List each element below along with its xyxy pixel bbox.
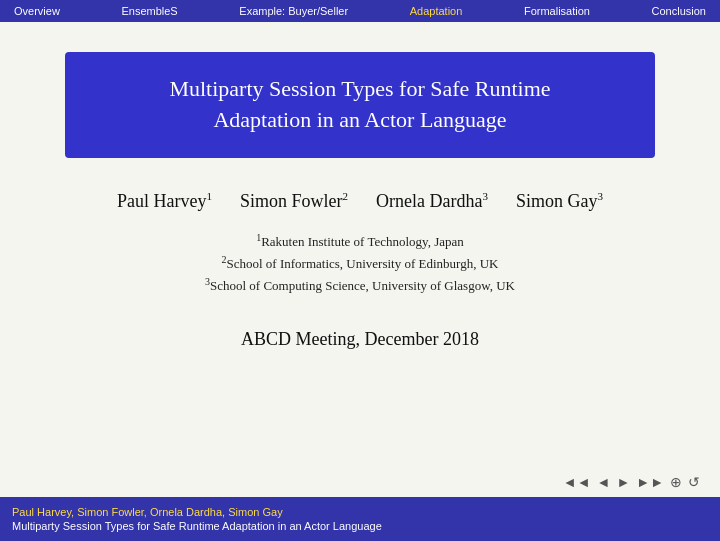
arrow-first[interactable]: ◄◄ bbox=[563, 475, 591, 491]
arrow-sync[interactable]: ↺ bbox=[688, 474, 700, 491]
top-nav: Overview EnsembleS Example: Buyer/Seller… bbox=[0, 0, 720, 22]
bottom-title: Multiparty Session Types for Safe Runtim… bbox=[12, 520, 708, 532]
title-line1: Multiparty Session Types for Safe Runtim… bbox=[169, 76, 550, 101]
title-line2: Adaptation in an Actor Language bbox=[213, 107, 506, 132]
author-1: Paul Harvey1 bbox=[117, 190, 212, 212]
conference: ABCD Meeting, December 2018 bbox=[241, 329, 479, 350]
author-2-sup: 2 bbox=[343, 190, 349, 202]
author-2: Simon Fowler2 bbox=[240, 190, 348, 212]
bottom-authors: Paul Harvey, Simon Fowler, Ornela Dardha… bbox=[12, 506, 708, 518]
arrow-menu[interactable]: ⊕ bbox=[670, 474, 682, 491]
author-3-sup: 3 bbox=[482, 190, 488, 202]
author-1-sup: 1 bbox=[207, 190, 213, 202]
author-4-sup: 3 bbox=[597, 190, 603, 202]
title-box: Multiparty Session Types for Safe Runtim… bbox=[65, 52, 655, 158]
nav-ensembles[interactable]: EnsembleS bbox=[115, 3, 183, 19]
nav-example[interactable]: Example: Buyer/Seller bbox=[233, 3, 354, 19]
affiliation-1-text: Rakuten Institute of Technology, Japan bbox=[261, 234, 464, 249]
main-content: Multiparty Session Types for Safe Runtim… bbox=[0, 22, 720, 497]
affiliation-2: 2School of Informatics, University of Ed… bbox=[221, 254, 498, 272]
bottom-bar: Paul Harvey, Simon Fowler, Ornela Dardha… bbox=[0, 497, 720, 541]
affiliation-3: 3School of Computing Science, University… bbox=[205, 276, 515, 294]
author-4: Simon Gay3 bbox=[516, 190, 603, 212]
nav-adaptation[interactable]: Adaptation bbox=[404, 3, 469, 19]
title-text: Multiparty Session Types for Safe Runtim… bbox=[95, 74, 625, 136]
affiliations: 1Rakuten Institute of Technology, Japan … bbox=[205, 232, 515, 295]
nav-arrows: ◄◄ ◄ ► ►► ⊕ ↺ bbox=[563, 474, 700, 491]
nav-conclusion[interactable]: Conclusion bbox=[646, 3, 712, 19]
nav-formalisation[interactable]: Formalisation bbox=[518, 3, 596, 19]
arrow-last[interactable]: ►► bbox=[636, 475, 664, 491]
authors-list: Paul Harvey1 Simon Fowler2 Ornela Dardha… bbox=[117, 190, 603, 212]
author-3: Ornela Dardha3 bbox=[376, 190, 488, 212]
nav-overview[interactable]: Overview bbox=[8, 3, 66, 19]
affiliation-2-text: School of Informatics, University of Edi… bbox=[226, 256, 498, 271]
arrow-prev[interactable]: ◄ bbox=[597, 475, 611, 491]
affiliation-3-text: School of Computing Science, University … bbox=[210, 279, 515, 294]
arrow-next[interactable]: ► bbox=[616, 475, 630, 491]
affiliation-1: 1Rakuten Institute of Technology, Japan bbox=[256, 232, 464, 250]
